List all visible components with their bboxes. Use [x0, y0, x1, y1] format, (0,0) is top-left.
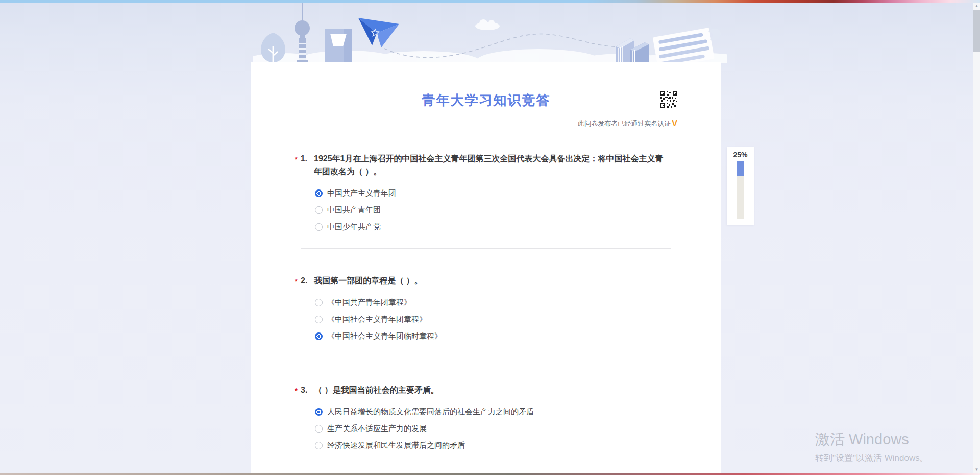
tree-icon: [261, 33, 285, 62]
option-group: 《中国共产青年团章程》《中国社会主义青年团章程》《中国社会主义青年团临时章程》: [295, 297, 671, 342]
radio-selected-icon[interactable]: [315, 332, 323, 340]
question-block: *2.我国第一部团的章程是（ ）。《中国共产青年团章程》《中国社会主义青年团章程…: [295, 274, 671, 358]
answer-option[interactable]: 生产关系不适应生产力的发展: [315, 423, 671, 434]
option-label: 《中国共产青年团章程》: [327, 298, 411, 307]
screen-top-edge: [0, 0, 980, 3]
question-divider: [301, 248, 671, 249]
option-label: 经济快速发展和民生发展滞后之间的矛盾: [327, 441, 465, 450]
answer-option[interactable]: 中国少年共产党: [315, 222, 671, 232]
question-divider: [301, 358, 671, 358]
question-number: 1.: [301, 152, 307, 165]
answer-option[interactable]: 《中国社会主义青年团章程》: [315, 314, 671, 325]
question-block: *1.1925年1月在上海召开的中国社会主义青年团第三次全国代表大会具备出决定：…: [295, 152, 671, 249]
required-star: *: [295, 275, 300, 288]
option-label: 生产关系不适应生产力的发展: [327, 424, 427, 434]
required-star: *: [295, 384, 300, 397]
answer-option[interactable]: 经济快速发展和民生发展滞后之间的矛盾: [315, 440, 671, 451]
question-title: 1925年1月在上海召开的中国社会主义青年团第三次全国代表大会具备出决定：将中国…: [314, 152, 671, 178]
question-divider: [301, 467, 671, 467]
windows-activation-watermark: 激活 Windows 转到"设置"以激活 Windows。: [815, 430, 928, 464]
answer-option[interactable]: 中国共产青年团: [315, 205, 671, 216]
question-title: （ ）是我国当前社会的主要矛盾。: [314, 384, 438, 396]
question-list: *1.1925年1月在上海召开的中国社会主义青年团第三次全国代表大会具备出决定：…: [251, 109, 721, 475]
header-illustration: [0, 3, 973, 63]
radio-unselected-icon[interactable]: [315, 425, 323, 433]
watermark-line1: 激活 Windows: [815, 430, 928, 450]
vertical-scrollbar[interactable]: ▲ ▼: [973, 3, 980, 473]
radio-selected-icon[interactable]: [315, 189, 323, 197]
question-head: *3.（ ）是我国当前社会的主要矛盾。: [295, 384, 671, 396]
option-group: 中国共产主义青年团中国共产青年团中国少年共产党: [295, 188, 671, 232]
answer-option[interactable]: 人民日益增长的物质文化需要同落后的社会生产力之间的矛盾: [315, 407, 671, 417]
answer-option[interactable]: 中国共产主义青年团: [315, 188, 671, 199]
radio-unselected-icon[interactable]: [315, 223, 323, 231]
radio-unselected-icon[interactable]: [315, 206, 323, 214]
progress-percent-label: 25%: [727, 151, 754, 159]
progress-widget: 25%: [727, 147, 754, 225]
scrollbar-thumb[interactable]: [973, 10, 980, 52]
paper-plane-icon: [358, 18, 399, 48]
verified-publisher-note: 此问卷发布者已经通过实名认证V: [578, 119, 677, 128]
radio-unselected-icon[interactable]: [315, 442, 323, 449]
progress-fill: [737, 161, 744, 176]
progress-track: [737, 161, 744, 219]
option-label: 《中国社会主义青年团章程》: [327, 315, 427, 324]
watermark-line2: 转到"设置"以激活 Windows。: [815, 452, 928, 464]
radio-unselected-icon[interactable]: [315, 316, 323, 323]
scroll-down-icon[interactable]: ▼: [973, 466, 980, 473]
document-icon: [653, 28, 721, 63]
question-head: *2.我国第一部团的章程是（ ）。: [295, 274, 671, 287]
option-group: 人民日益增长的物质文化需要同落后的社会生产力之间的矛盾生产关系不适应生产力的发展…: [295, 407, 671, 451]
answer-option[interactable]: 《中国共产青年团章程》: [315, 297, 671, 308]
radio-unselected-icon[interactable]: [315, 299, 323, 306]
verified-badge-icon: V: [672, 120, 677, 128]
option-label: 中国少年共产党: [327, 222, 381, 232]
question-number: 2.: [301, 274, 307, 287]
survey-card: 青年大学习知识竞答 此问卷发布者已经通过实名认证V *1.1925年1月在上海召…: [251, 62, 721, 475]
books-icon: [616, 38, 649, 63]
option-label: 《中国社会主义青年团临时章程》: [327, 331, 442, 341]
option-label: 中国共产青年团: [327, 205, 381, 215]
option-label: 人民日益增长的物质文化需要同落后的社会生产力之间的矛盾: [327, 407, 534, 417]
question-head: *1.1925年1月在上海召开的中国社会主义青年团第三次全国代表大会具备出决定：…: [295, 152, 671, 178]
qr-code: [660, 91, 677, 108]
answer-option[interactable]: 《中国社会主义青年团临时章程》: [315, 331, 671, 342]
page-title: 青年大学习知识竞答: [251, 62, 721, 109]
question-number: 3.: [301, 384, 307, 396]
option-label: 中国共产主义青年团: [327, 188, 396, 198]
building-icon: [325, 29, 352, 63]
required-star: *: [295, 153, 300, 165]
verified-text: 此问卷发布者已经通过实名认证: [578, 119, 671, 128]
radio-selected-icon[interactable]: [315, 408, 323, 416]
question-block: *3.（ ）是我国当前社会的主要矛盾。人民日益增长的物质文化需要同落后的社会生产…: [295, 384, 671, 467]
scroll-up-icon[interactable]: ▲: [973, 3, 980, 10]
question-title: 我国第一部团的章程是（ ）。: [314, 274, 422, 287]
